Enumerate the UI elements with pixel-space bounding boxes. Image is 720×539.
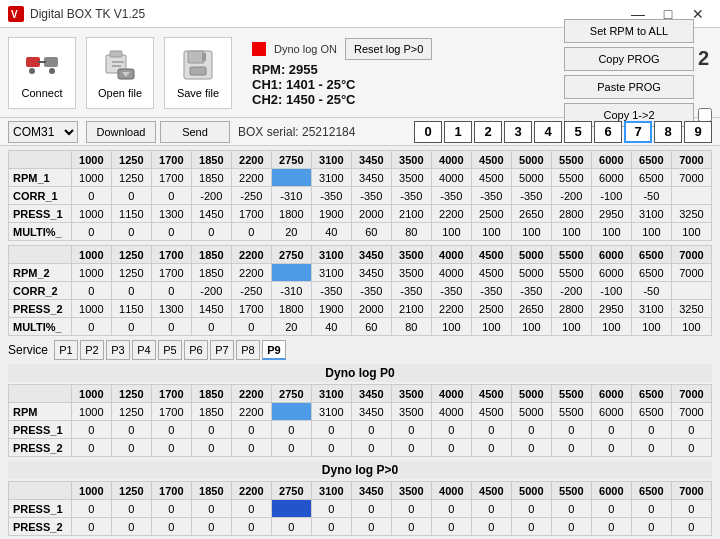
- number-cell-0[interactable]: 0: [414, 121, 442, 143]
- table-cell[interactable]: 7000: [671, 264, 711, 282]
- table-cell[interactable]: 1700: [151, 403, 191, 421]
- table-cell[interactable]: 0: [111, 421, 151, 439]
- table-cell[interactable]: 0: [671, 439, 711, 457]
- table-cell[interactable]: 0: [151, 318, 191, 336]
- table-cell[interactable]: 3100: [631, 300, 671, 318]
- table-cell[interactable]: 3450: [351, 264, 391, 282]
- table-cell[interactable]: 100: [511, 223, 551, 241]
- table-cell[interactable]: 0: [311, 518, 351, 536]
- service-tab-p1[interactable]: P1: [54, 340, 78, 360]
- table-cell[interactable]: -310: [271, 282, 311, 300]
- table-cell[interactable]: 4500: [471, 264, 511, 282]
- table-cell[interactable]: 0: [71, 223, 111, 241]
- table-cell[interactable]: 0: [271, 518, 311, 536]
- table-cell[interactable]: 1800: [271, 300, 311, 318]
- table-cell[interactable]: 2500: [471, 300, 511, 318]
- table-cell[interactable]: 0: [111, 518, 151, 536]
- table-cell[interactable]: 0: [71, 439, 111, 457]
- copy-prog-button[interactable]: Copy PROG: [564, 47, 694, 71]
- table-cell[interactable]: 1850: [191, 403, 231, 421]
- table-cell[interactable]: -350: [351, 187, 391, 205]
- table-cell[interactable]: 2800: [551, 205, 591, 223]
- table-cell[interactable]: 0: [551, 500, 591, 518]
- table-cell[interactable]: 40: [311, 223, 351, 241]
- table-cell[interactable]: 1850: [191, 264, 231, 282]
- table-cell[interactable]: 0: [391, 500, 431, 518]
- table-cell[interactable]: 0: [551, 518, 591, 536]
- table-cell[interactable]: [671, 282, 711, 300]
- table-cell[interactable]: 0: [431, 500, 471, 518]
- table-cell[interactable]: 0: [591, 439, 631, 457]
- table-cell[interactable]: -350: [351, 282, 391, 300]
- number-cell-4[interactable]: 4: [534, 121, 562, 143]
- table-cell[interactable]: 60: [351, 318, 391, 336]
- number-cell-2[interactable]: 2: [474, 121, 502, 143]
- table-cell[interactable]: -350: [511, 282, 551, 300]
- table-cell[interactable]: 1250: [111, 169, 151, 187]
- table-cell[interactable]: 1000: [71, 169, 111, 187]
- table-cell[interactable]: 100: [511, 318, 551, 336]
- table-cell[interactable]: -310: [271, 187, 311, 205]
- table-cell[interactable]: -200: [551, 187, 591, 205]
- table-cell[interactable]: 3450: [351, 169, 391, 187]
- download-button[interactable]: Download: [86, 121, 156, 143]
- table-cell[interactable]: 60: [351, 223, 391, 241]
- service-tab-p9[interactable]: P9: [262, 340, 286, 360]
- table-cell[interactable]: 0: [431, 421, 471, 439]
- table-cell[interactable]: 3500: [391, 264, 431, 282]
- table-cell[interactable]: 0: [151, 187, 191, 205]
- table-cell[interactable]: -250: [231, 282, 271, 300]
- table-cell[interactable]: 100: [631, 223, 671, 241]
- table-cell[interactable]: 3500: [391, 169, 431, 187]
- table-cell[interactable]: 2200: [431, 300, 471, 318]
- table-cell[interactable]: 0: [231, 518, 271, 536]
- table-cell[interactable]: 3450: [351, 403, 391, 421]
- table-cell[interactable]: 0: [471, 518, 511, 536]
- table-cell[interactable]: -350: [511, 187, 551, 205]
- table-cell[interactable]: 0: [151, 421, 191, 439]
- table-cell[interactable]: 40: [311, 318, 351, 336]
- table-cell[interactable]: 100: [431, 223, 471, 241]
- number-cell-8[interactable]: 8: [654, 121, 682, 143]
- table-cell[interactable]: 0: [191, 439, 231, 457]
- table-cell[interactable]: 0: [71, 500, 111, 518]
- table-cell[interactable]: -50: [631, 282, 671, 300]
- table-cell[interactable]: 0: [391, 518, 431, 536]
- table-cell[interactable]: 6000: [591, 169, 631, 187]
- table-cell[interactable]: -100: [591, 282, 631, 300]
- table-cell[interactable]: 0: [231, 439, 271, 457]
- table-cell[interactable]: 0: [71, 421, 111, 439]
- table-cell[interactable]: 0: [71, 518, 111, 536]
- table-cell[interactable]: 0: [311, 500, 351, 518]
- table-cell[interactable]: 0: [231, 500, 271, 518]
- table-cell[interactable]: 0: [151, 282, 191, 300]
- table-cell[interactable]: 2650: [511, 300, 551, 318]
- table-cell[interactable]: 0: [191, 223, 231, 241]
- table-cell[interactable]: 2500: [471, 205, 511, 223]
- table-cell[interactable]: 0: [231, 318, 271, 336]
- table-cell[interactable]: 0: [431, 439, 471, 457]
- paste-prog-button[interactable]: Paste PROG: [564, 75, 694, 99]
- table-cell[interactable]: 0: [671, 500, 711, 518]
- table-cell[interactable]: 80: [391, 223, 431, 241]
- table-cell[interactable]: 100: [431, 318, 471, 336]
- table-cell[interactable]: [271, 169, 311, 187]
- table-cell[interactable]: 0: [351, 518, 391, 536]
- table-cell[interactable]: 2800: [551, 300, 591, 318]
- number-cell-6[interactable]: 6: [594, 121, 622, 143]
- send-button[interactable]: Send: [160, 121, 230, 143]
- table-cell[interactable]: 0: [111, 318, 151, 336]
- table-cell[interactable]: 3100: [631, 205, 671, 223]
- table-cell[interactable]: 0: [231, 223, 271, 241]
- table-cell[interactable]: 4000: [431, 264, 471, 282]
- table-cell[interactable]: 0: [191, 500, 231, 518]
- table-cell[interactable]: 0: [311, 421, 351, 439]
- table-cell[interactable]: 0: [471, 439, 511, 457]
- table-cell[interactable]: [271, 500, 311, 518]
- table-cell[interactable]: 1000: [71, 300, 111, 318]
- number-cell-3[interactable]: 3: [504, 121, 532, 143]
- table-cell[interactable]: 100: [551, 318, 591, 336]
- table-cell[interactable]: 0: [111, 500, 151, 518]
- table-cell[interactable]: 7000: [671, 403, 711, 421]
- table-cell[interactable]: 2950: [591, 300, 631, 318]
